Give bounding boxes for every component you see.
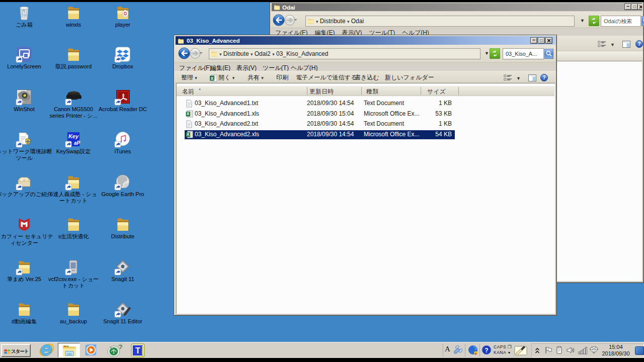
svg-text:?: ?	[485, 347, 488, 354]
svg-text:X: X	[187, 132, 190, 137]
svg-text:Key: Key	[68, 133, 79, 139]
svg-text:X: X	[210, 76, 213, 81]
svg-text:?: ?	[119, 344, 122, 350]
svg-text:T: T	[135, 346, 140, 355]
svg-text:?: ?	[542, 75, 545, 80]
svg-text:?: ?	[637, 41, 640, 47]
svg-text:X: X	[187, 111, 190, 116]
svg-text:aP: aP	[74, 140, 80, 146]
